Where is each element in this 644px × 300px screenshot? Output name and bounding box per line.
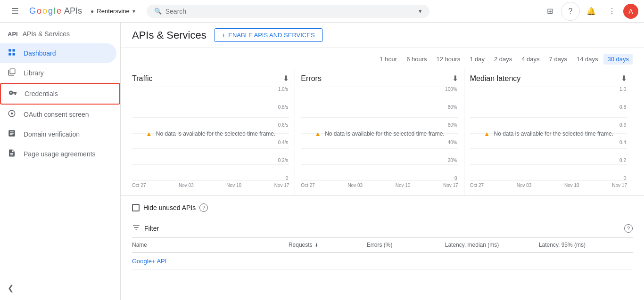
traffic-chart-header: Traffic ⬇ xyxy=(132,68,289,87)
project-selector[interactable]: ● Rentersvine ▾ xyxy=(87,6,139,16)
errors-x-labels: Oct 27 Nov 03 Nov 10 Nov 17 xyxy=(301,181,458,188)
latency-chart: Median latency ⬇ 1.0 0.8 0.6 0.4 0.2 0 xyxy=(470,68,633,195)
traffic-y-labels: 1.0/s 0.8/s 0.6/s 0.4/s 0.2/s 0 xyxy=(277,87,289,181)
sidebar-item-oauth[interactable]: OAuth consent screen xyxy=(0,105,116,124)
domain-icon xyxy=(8,129,16,139)
errors-download-icon[interactable]: ⬇ xyxy=(452,74,458,83)
col-header-latency-95: Latency, 95% (ms) xyxy=(539,242,633,248)
sidebar-item-label-page-usage: Page usage agreements xyxy=(24,150,96,158)
svg-rect-0 xyxy=(8,49,11,51)
bottom-section: Hide unused APIs ? Filter ? Name Request… xyxy=(121,196,644,277)
errors-chart: Errors ⬇ 100% 80% 60% 40% 20% 0 xyxy=(301,68,464,195)
errors-y-labels: 100% 80% 60% 40% 20% 0 xyxy=(444,87,458,181)
collapse-sidebar-button[interactable]: ❮ xyxy=(8,284,14,292)
time-btn-6h[interactable]: 6 hours xyxy=(403,54,430,65)
filter-icon xyxy=(132,223,140,234)
sidebar-item-domain[interactable]: Domain verification xyxy=(0,124,116,144)
top-bar-left: ☰ Google APIs ● Rentersvine ▾ xyxy=(6,2,139,21)
time-btn-2d[interactable]: 2 days xyxy=(490,54,516,65)
table-row: Google+ API xyxy=(132,253,633,270)
sidebar-item-label-domain: Domain verification xyxy=(24,130,80,138)
sidebar-item-dashboard[interactable]: Dashboard xyxy=(0,43,116,63)
apps-button[interactable]: ⊞ xyxy=(540,2,559,21)
latency-chart-area: 1.0 0.8 0.6 0.4 0.2 0 xyxy=(470,87,627,181)
project-name: Rentersvine xyxy=(97,8,129,15)
api-icon: API xyxy=(8,31,18,38)
col-header-latency-median: Latency, median (ms) xyxy=(445,242,539,248)
sidebar-item-page-usage[interactable]: Page usage agreements xyxy=(0,144,116,164)
sidebar: API APIs & Services Dashboard Library Cr… xyxy=(0,23,121,300)
filter-label[interactable]: Filter xyxy=(144,225,159,232)
warning-icon: ▲ xyxy=(146,130,152,138)
filter-row: Filter ? xyxy=(132,219,633,238)
dashboard-icon xyxy=(8,48,16,58)
search-input[interactable] xyxy=(165,8,415,15)
enable-btn-label: ENABLE APIS AND SERVICES xyxy=(228,32,314,39)
plus-icon: + xyxy=(222,32,226,39)
time-btn-1d[interactable]: 1 day xyxy=(466,54,488,65)
content-header: APIs & Services + ENABLE APIS AND SERVIC… xyxy=(121,23,644,48)
time-btn-14d[interactable]: 14 days xyxy=(573,54,602,65)
traffic-chart-title: Traffic xyxy=(132,74,153,83)
hide-unused-help-icon[interactable]: ? xyxy=(199,203,208,212)
sidebar-item-label-dashboard: Dashboard xyxy=(24,49,56,57)
latency-y-labels: 1.0 0.8 0.6 0.4 0.2 0 xyxy=(619,87,627,181)
hide-unused-label: Hide unused APIs xyxy=(143,204,196,211)
svg-point-5 xyxy=(11,113,13,115)
filter-help-icon[interactable]: ? xyxy=(624,224,633,233)
sort-icon[interactable]: ⬇ xyxy=(314,243,318,248)
sidebar-item-label-credentials: Credentials xyxy=(25,90,58,97)
errors-chart-title: Errors xyxy=(301,74,322,83)
top-bar-right: ⊞ ? 🔔 ⋮ A xyxy=(540,2,638,21)
latency-chart-title: Median latency xyxy=(470,74,521,83)
sidebar-header-text: APIs & Services xyxy=(23,30,70,38)
warning-icon: ▲ xyxy=(314,130,321,138)
search-icon: 🔍 xyxy=(154,8,162,15)
time-btn-7d[interactable]: 7 days xyxy=(545,54,571,65)
col-header-name: Name xyxy=(132,242,289,248)
main-layout: API APIs & Services Dashboard Library Cr… xyxy=(0,23,644,300)
table-header: Name Requests ⬇ Errors (%) Latency, medi… xyxy=(132,238,633,253)
sidebar-item-label-library: Library xyxy=(24,69,44,77)
top-bar: ☰ Google APIs ● Rentersvine ▾ 🔍 ▾ ⊞ ? 🔔 … xyxy=(0,0,644,23)
hide-unused-row: Hide unused APIs ? xyxy=(132,203,633,219)
sidebar-item-library[interactable]: Library xyxy=(0,63,116,83)
latency-download-icon[interactable]: ⬇ xyxy=(621,74,627,83)
traffic-download-icon[interactable]: ⬇ xyxy=(283,74,289,83)
time-btn-1h[interactable]: 1 hour xyxy=(376,54,401,65)
content-area: APIs & Services + ENABLE APIS AND SERVIC… xyxy=(121,23,644,300)
filter-left: Filter xyxy=(132,223,159,234)
hamburger-menu[interactable]: ☰ xyxy=(6,2,25,21)
library-icon xyxy=(8,68,16,78)
search-bar[interactable]: 🔍 ▾ xyxy=(147,5,429,18)
chevron-down-icon: ▾ xyxy=(132,8,135,15)
notifications-button[interactable]: 🔔 xyxy=(582,2,601,21)
google-logo: Google APIs xyxy=(29,6,82,16)
warning-icon: ▲ xyxy=(484,130,490,138)
col-header-requests: Requests ⬇ xyxy=(289,242,367,248)
traffic-no-data: ▲ No data is available for the selected … xyxy=(146,130,275,138)
time-btn-30d[interactable]: 30 days xyxy=(603,54,633,65)
traffic-chart-area: 1.0/s 0.8/s 0.6/s 0.4/s 0.2/s 0 xyxy=(132,87,289,181)
latency-x-labels: Oct 27 Nov 03 Nov 10 Nov 17 xyxy=(470,181,627,188)
row-name[interactable]: Google+ API xyxy=(132,258,289,265)
latency-chart-header: Median latency ⬇ xyxy=(470,68,627,87)
help-button[interactable]: ? xyxy=(561,2,580,21)
more-options-button[interactable]: ⋮ xyxy=(603,2,621,21)
sidebar-item-credentials[interactable]: Credentials xyxy=(0,83,120,105)
project-dot-icon: ● xyxy=(91,8,94,15)
page-title: APIs & Services xyxy=(132,29,206,41)
time-range-selector: 1 hour 6 hours 12 hours 1 day 2 days 4 d… xyxy=(121,48,644,68)
time-btn-4d[interactable]: 4 days xyxy=(518,54,543,65)
traffic-chart: Traffic ⬇ 1.0/s 0.8/s 0.6/s 0.4/s 0.2/s … xyxy=(132,68,295,195)
svg-rect-2 xyxy=(8,53,11,56)
time-btn-12h[interactable]: 12 hours xyxy=(433,54,464,65)
search-dropdown-icon[interactable]: ▾ xyxy=(419,8,422,15)
svg-rect-3 xyxy=(13,53,15,56)
key-icon xyxy=(8,89,17,99)
avatar[interactable]: A xyxy=(623,4,638,19)
hide-unused-checkbox[interactable] xyxy=(132,204,140,211)
enable-apis-button[interactable]: + ENABLE APIS AND SERVICES xyxy=(214,28,323,42)
traffic-x-labels: Oct 27 Nov 03 Nov 10 Nov 17 xyxy=(132,181,289,188)
sidebar-item-label-oauth: OAuth consent screen xyxy=(24,111,89,118)
